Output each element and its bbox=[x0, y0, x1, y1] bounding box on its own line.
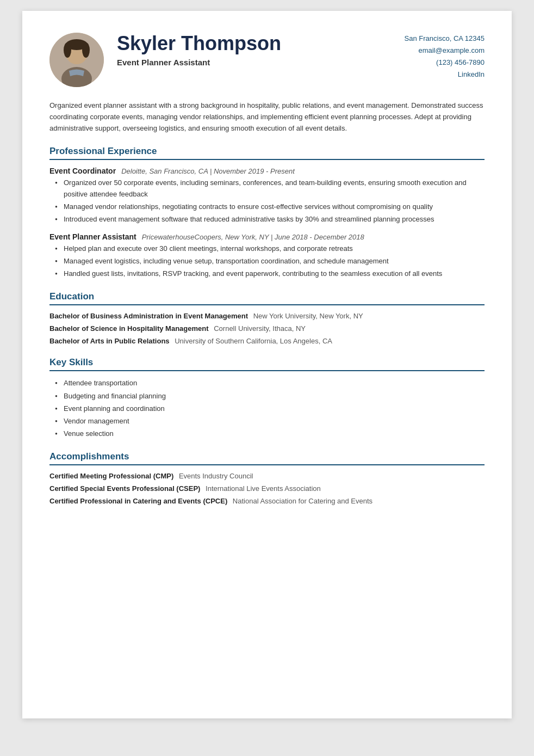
job-meta-1: PricewaterhouseCoopers, New York, NY | J… bbox=[142, 233, 364, 241]
list-item: Helped plan and execute over 30 client m… bbox=[55, 243, 485, 254]
job-bullets-0: Organized over 50 corporate events, incl… bbox=[49, 177, 485, 225]
edu-item-2: Bachelor of Arts in Public Relations Uni… bbox=[49, 337, 485, 345]
contact-email[interactable]: email@example.com bbox=[405, 45, 485, 57]
list-item: Budgeting and financial planning bbox=[55, 391, 485, 402]
edu-item-0: Bachelor of Business Administration in E… bbox=[49, 312, 485, 320]
contact-location: San Francisco, CA 12345 bbox=[405, 33, 485, 45]
skills-list: Attendee transportation Budgeting and fi… bbox=[49, 378, 485, 439]
professional-experience-section: Professional Experience Event Coordinato… bbox=[49, 146, 485, 279]
key-skills-title: Key Skills bbox=[49, 357, 485, 371]
list-item: Introduced event management software tha… bbox=[55, 214, 485, 225]
job-title-line-0: Event Coordinator Deloitte, San Francisc… bbox=[49, 167, 485, 175]
job-bullets-1: Helped plan and execute over 30 client m… bbox=[49, 243, 485, 279]
job-block-1: Event Planner Assistant PricewaterhouseC… bbox=[49, 232, 485, 279]
header-section: Skyler Thompson Event Planner Assistant … bbox=[49, 33, 485, 87]
cert-item-0: Certified Meeting Professional (CMP) Eve… bbox=[49, 472, 485, 480]
list-item: Handled guest lists, invitations, RSVP t… bbox=[55, 268, 485, 279]
list-item: Managed event logistics, including venue… bbox=[55, 256, 485, 267]
key-skills-section: Key Skills Attendee transportation Budge… bbox=[49, 357, 485, 439]
accomplishments-title: Accomplishments bbox=[49, 451, 485, 465]
summary-text: Organized event planner assistant with a… bbox=[49, 100, 485, 134]
list-item: Organized over 50 corporate events, incl… bbox=[55, 177, 485, 199]
cert-item-1: Certified Special Events Professional (C… bbox=[49, 484, 485, 493]
list-item: Attendee transportation bbox=[55, 378, 485, 389]
job-meta-0: Deloitte, San Francisco, CA | November 2… bbox=[121, 167, 295, 175]
contact-linkedin[interactable]: LinkedIn bbox=[405, 69, 485, 81]
cert-item-2: Certified Professional in Catering and E… bbox=[49, 497, 485, 505]
professional-experience-title: Professional Experience bbox=[49, 146, 485, 160]
education-section: Education Bachelor of Business Administr… bbox=[49, 291, 485, 345]
svg-point-5 bbox=[82, 42, 90, 58]
list-item: Vendor management bbox=[55, 416, 485, 427]
job-name-0: Event Coordinator bbox=[49, 167, 116, 175]
list-item: Managed vendor relationships, negotiatin… bbox=[55, 201, 485, 212]
candidate-name: Skyler Thompson bbox=[117, 33, 405, 54]
contact-info: San Francisco, CA 12345 email@example.co… bbox=[405, 33, 485, 81]
contact-phone: (123) 456-7890 bbox=[405, 57, 485, 69]
accomplishments-section: Accomplishments Certified Meeting Profes… bbox=[49, 451, 485, 505]
list-item: Event planning and coordination bbox=[55, 403, 485, 414]
header-name-area: Skyler Thompson Event Planner Assistant bbox=[117, 33, 405, 67]
svg-point-4 bbox=[64, 42, 71, 58]
edu-item-1: Bachelor of Science in Hospitality Manag… bbox=[49, 324, 485, 333]
candidate-title: Event Planner Assistant bbox=[117, 58, 405, 67]
job-title-line-1: Event Planner Assistant PricewaterhouseC… bbox=[49, 232, 485, 241]
job-block-0: Event Coordinator Deloitte, San Francisc… bbox=[49, 167, 485, 225]
resume-container: Skyler Thompson Event Planner Assistant … bbox=[22, 11, 512, 718]
job-name-1: Event Planner Assistant bbox=[49, 232, 136, 241]
list-item: Venue selection bbox=[55, 428, 485, 439]
avatar bbox=[49, 33, 104, 87]
education-title: Education bbox=[49, 291, 485, 305]
